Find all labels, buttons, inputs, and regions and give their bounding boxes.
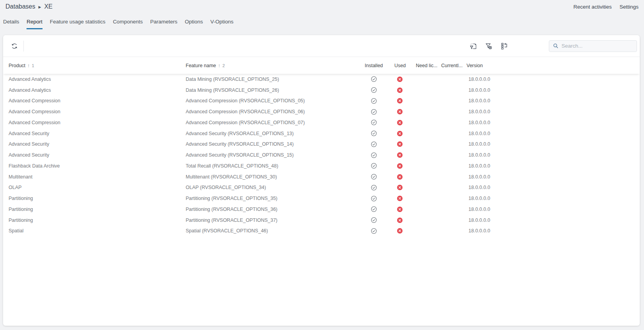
table-header-row: Product↑1Feature name↑2InstalledUsedNeed… — [3, 57, 640, 74]
product-cell: Partitioning — [9, 207, 186, 212]
product-cell: Advanced Analytics — [9, 87, 186, 93]
not-used-cross-icon — [397, 228, 403, 234]
report-panel: Product↑1Feature name↑2InstalledUsedNeed… — [3, 35, 640, 326]
column-header-version[interactable]: Version — [467, 63, 640, 68]
installed-cell — [365, 196, 394, 202]
not-used-cross-icon — [397, 131, 403, 136]
installed-cell — [365, 152, 394, 158]
product-cell: Partitioning — [9, 218, 186, 223]
column-label: Feature name — [186, 63, 216, 68]
table-row[interactable]: Advanced AnalyticsData Mining (RVSORACLE… — [3, 85, 640, 96]
installed-cell — [365, 163, 394, 169]
table-row[interactable]: Advanced SecurityAdvanced Security (RVSO… — [3, 150, 640, 161]
used-cell — [394, 152, 416, 158]
tab-components[interactable]: Components — [113, 19, 143, 29]
version-cell: 18.0.0.0.0 — [468, 87, 640, 93]
settings-link[interactable]: Settings — [619, 4, 639, 10]
not-used-cross-icon — [397, 98, 403, 103]
search-icon — [553, 43, 558, 49]
used-cell — [394, 131, 416, 136]
tab-options[interactable]: Options — [185, 19, 203, 29]
tab-feature-usage-statistics[interactable]: Feature usage statistics — [50, 19, 106, 29]
installed-cell — [365, 228, 394, 234]
installed-cell — [365, 87, 394, 93]
not-used-cross-icon — [397, 77, 403, 82]
table-row[interactable]: Advanced CompressionAdvanced Compression… — [3, 96, 640, 107]
version-cell: 18.0.0.0.0 — [468, 163, 640, 169]
table-row[interactable]: SpatialSpatial (RVSORACLE_OPTIONS_46)18.… — [3, 226, 640, 237]
column-header-currentl[interactable]: Currentl... — [441, 63, 467, 68]
tab-v-options[interactable]: V-Options — [210, 19, 233, 29]
not-used-cross-icon — [397, 152, 403, 158]
installed-check-icon — [371, 196, 377, 202]
refresh-button[interactable] — [8, 39, 21, 53]
not-used-cross-icon — [397, 120, 403, 125]
installed-cell — [365, 109, 394, 115]
column-chooser-button[interactable] — [498, 39, 511, 53]
feature-name-cell: Partitioning (RVSORACLE_OPTIONS_35) — [186, 196, 365, 201]
recent-activities-link[interactable]: Recent activities — [573, 4, 612, 10]
table-row[interactable]: Flashback Data ArchiveTotal Recall (RVSO… — [3, 161, 640, 171]
table-row[interactable]: Advanced CompressionAdvanced Compression… — [3, 117, 640, 128]
installed-cell — [365, 174, 394, 180]
feature-name-cell: Advanced Compression (RVSORACLE_OPTIONS_… — [186, 98, 365, 103]
installed-check-icon — [371, 217, 377, 223]
installed-cell — [365, 185, 394, 191]
sort-ascending-icon: ↑ — [218, 62, 221, 68]
column-header-used[interactable]: Used — [394, 63, 416, 68]
table-row[interactable]: Advanced SecurityAdvanced Security (RVSO… — [3, 139, 640, 150]
tab-details[interactable]: Details — [3, 19, 19, 29]
installed-cell — [365, 120, 394, 125]
version-cell: 18.0.0.0.0 — [468, 141, 640, 147]
feature-name-cell: Advanced Compression (RVSORACLE_OPTIONS_… — [186, 109, 365, 114]
installed-cell — [365, 141, 394, 147]
breadcrumb-databases[interactable]: Databases — [5, 3, 35, 10]
table-row[interactable]: PartitioningPartitioning (RVSORACLE_OPTI… — [3, 215, 640, 226]
table-row[interactable]: OLAPOLAP (RVSORACLE_OPTIONS_34)18.0.0.0.… — [3, 182, 640, 193]
installed-cell — [365, 130, 394, 136]
top-bar: Databases ▶ XE Recent activities Setting… — [0, 0, 644, 13]
version-cell: 18.0.0.0.0 — [468, 228, 640, 234]
table-row[interactable]: Advanced CompressionAdvanced Compression… — [3, 106, 640, 117]
column-header-need-lic[interactable]: Need lic... — [416, 63, 441, 68]
version-cell: 18.0.0.0.0 — [468, 207, 640, 212]
installed-check-icon — [371, 141, 377, 147]
version-cell: 18.0.0.0.0 — [468, 174, 640, 180]
tab-report[interactable]: Report — [27, 19, 43, 29]
not-used-cross-icon — [397, 141, 403, 147]
clear-filter-button[interactable] — [482, 39, 495, 53]
column-header-installed[interactable]: Installed — [365, 63, 394, 68]
version-cell: 18.0.0.0.0 — [468, 109, 640, 114]
toolbar-divider — [23, 41, 24, 52]
not-used-cross-icon — [397, 174, 403, 180]
used-cell — [394, 141, 416, 147]
product-cell: Multitenant — [9, 174, 186, 180]
table-row[interactable]: Advanced AnalyticsData Mining (RVSORACLE… — [3, 74, 640, 85]
product-cell: Advanced Compression — [9, 120, 186, 125]
product-cell: Partitioning — [9, 196, 186, 201]
table-row[interactable]: Advanced SecurityAdvanced Security (RVSO… — [3, 128, 640, 139]
table-row[interactable]: MultitenantMultitenant (RVSORACLE_OPTION… — [3, 171, 640, 182]
product-cell: Advanced Security — [9, 141, 186, 147]
column-header-feature-name[interactable]: Feature name↑2 — [186, 62, 365, 68]
not-used-cross-icon — [397, 196, 403, 201]
tab-parameters[interactable]: Parameters — [150, 19, 177, 29]
used-cell — [394, 218, 416, 223]
column-label: Need lic... — [416, 63, 438, 68]
installed-check-icon — [371, 163, 377, 169]
installed-cell — [365, 206, 394, 212]
feature-name-cell: Advanced Security (RVSORACLE_OPTIONS_15) — [186, 152, 365, 158]
installed-check-icon — [371, 174, 377, 180]
table-row[interactable]: PartitioningPartitioning (RVSORACLE_OPTI… — [3, 204, 640, 215]
table-row[interactable]: PartitioningPartitioning (RVSORACLE_OPTI… — [3, 193, 640, 204]
toolbar-right-group — [467, 39, 637, 53]
feature-name-cell: Data Mining (RVSORACLE_OPTIONS_26) — [186, 87, 365, 93]
filter-builder-button[interactable] — [467, 39, 480, 53]
column-header-product[interactable]: Product↑1 — [9, 62, 186, 68]
search-input[interactable] — [561, 43, 633, 49]
not-used-cross-icon — [397, 109, 403, 114]
feature-name-cell: Multitenant (RVSORACLE_OPTIONS_30) — [186, 174, 365, 180]
version-cell: 18.0.0.0.0 — [468, 152, 640, 158]
used-cell — [394, 174, 416, 180]
sort-order-badge: 1 — [32, 63, 34, 68]
